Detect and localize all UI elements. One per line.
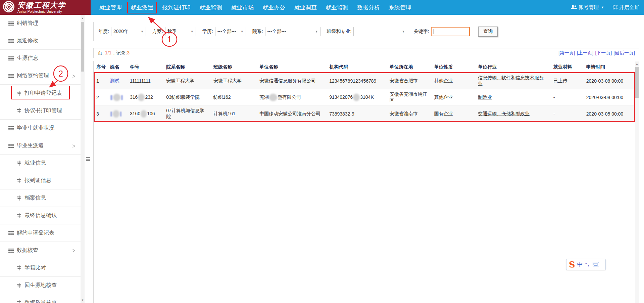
filter-group-year: 年度:2020年▼ xyxy=(98,27,146,36)
filter-group-keyword: 关键字: xyxy=(413,27,470,36)
sidebar-item-label: 网络签约管理 xyxy=(17,72,49,79)
student-name-link[interactable]: 测试 xyxy=(110,78,119,83)
sidebar-scrollbar[interactable]: ▲ ▼ xyxy=(81,15,85,303)
sidebar-item-14[interactable]: 数据核查> xyxy=(0,242,81,259)
sidebar-item-16[interactable]: 回生源地核查 xyxy=(0,277,81,294)
sidebar-menu: 纠错管理最近修改生源信息网络签约管理>打印申请登记表协议书打印管理毕业生就业状况… xyxy=(0,15,81,303)
nav-item-2[interactable]: 就业派遣 xyxy=(127,2,157,13)
degree-select[interactable]: ---全部---▼ xyxy=(215,27,246,36)
nav-item-3[interactable]: 报到证打印 xyxy=(158,2,195,13)
table-scrollbar[interactable]: ▲ xyxy=(635,61,639,303)
list-icon xyxy=(8,231,14,235)
cell-materials: 已上传 xyxy=(551,73,584,89)
nav-item-10[interactable]: 系统管理 xyxy=(384,2,416,13)
cell-text: 安徽信通信息服务有限公司 xyxy=(259,78,316,83)
signpost-icon xyxy=(17,108,21,113)
sidebar-item-11[interactable]: 档案信息 xyxy=(0,189,81,207)
sidebar-item-label: 档案信息 xyxy=(24,194,46,202)
nav-item-7[interactable]: 就业调查 xyxy=(290,2,321,13)
sidebar-item-6[interactable]: 协议书打印管理 xyxy=(0,102,81,120)
page-next-link[interactable]: [下一页] xyxy=(595,50,612,56)
sidebar-item-label: 解约申请登记表 xyxy=(17,229,54,236)
nav-item-9[interactable]: 数据分析 xyxy=(353,2,384,13)
sidebar-item-label: 毕业生派遣 xyxy=(17,142,44,149)
cell-text: 塑有限公司 xyxy=(278,94,301,100)
sidebar-item-13[interactable]: 解约申请登记表 xyxy=(0,224,81,242)
sidebar-item-10[interactable]: 报到证信息 xyxy=(0,172,81,189)
table-scrollbar-thumb[interactable] xyxy=(635,67,639,98)
panel-splitter[interactable] xyxy=(85,15,91,303)
page-prev-link[interactable]: [上一页] xyxy=(577,50,594,56)
year-select[interactable]: 2020年▼ xyxy=(111,27,146,36)
sidebar-item-label: 纠错管理 xyxy=(17,20,38,27)
sidebar-item-label: 数据质量核查 xyxy=(24,299,57,303)
ime-chinese-mode[interactable]: 中 xyxy=(577,261,583,268)
nav-item-5[interactable]: 就业市场 xyxy=(227,2,258,13)
sidebar-scrollbar-thumb[interactable] xyxy=(81,22,84,72)
cell-materials: - xyxy=(551,89,584,106)
sidebar-item-17[interactable]: 数据质量核查 xyxy=(0,294,81,303)
search-button[interactable]: 查询 xyxy=(478,27,498,37)
cell-text: 纺织162 xyxy=(213,94,231,100)
cell-text: 中国移动安徽公司淮南分公司 xyxy=(259,111,320,116)
class-major-select[interactable]: ▼ xyxy=(353,27,407,36)
signpost-icon xyxy=(17,213,21,218)
sidebar-item-5[interactable]: 打印申请登记表 xyxy=(0,85,81,102)
department-select[interactable]: ---全部---▼ xyxy=(265,27,320,36)
cell-employer: 芜湖塑有限公司 xyxy=(257,89,327,106)
scroll-up-icon[interactable]: ▲ xyxy=(81,16,85,20)
redacted-fragment xyxy=(110,95,112,100)
sidebar-item-3[interactable]: 生源信息 xyxy=(0,50,81,67)
fullscreen-button[interactable]: 开启全屏 xyxy=(613,4,639,11)
chevron-down-icon: ▼ xyxy=(241,30,244,33)
redacted-fragment xyxy=(120,112,121,117)
sidebar-item-9[interactable]: 就业信息 xyxy=(0,155,81,172)
ime-keyboard-icon[interactable] xyxy=(593,262,599,268)
nav-item-4[interactable]: 就业监测 xyxy=(195,2,227,13)
scroll-up-icon[interactable]: ▲ xyxy=(635,62,639,66)
filter-groups-container: 年度:2020年▼方案:秋季▼学历:---全部---▼院系:---全部---▼班… xyxy=(98,27,476,36)
cell-department: 07计算机与信息学院 xyxy=(163,106,211,122)
page-first-link[interactable]: [第一页] xyxy=(558,50,575,56)
cell-text: - xyxy=(553,111,555,117)
fullscreen-label: 开启全屏 xyxy=(619,4,639,11)
redacted-blob xyxy=(141,110,147,118)
cell-text: 安徽工程大学 xyxy=(213,78,242,83)
column-header-employer: 单位名称 xyxy=(257,61,327,73)
list-icon xyxy=(8,74,14,78)
cell-student-id: 111111111 xyxy=(127,73,163,89)
university-name: 安徽工程大学 xyxy=(17,1,66,9)
sidebar-item-7[interactable]: 毕业生就业状况 xyxy=(0,120,81,137)
sidebar-item-8[interactable]: 毕业生派遣> xyxy=(0,137,81,155)
page-last-link[interactable]: [最后一页] xyxy=(613,50,635,56)
account-menu-label: 账号管理 xyxy=(579,4,599,11)
column-header-location: 单位所在地 xyxy=(387,61,432,73)
plan-select[interactable]: 秋季▼ xyxy=(165,27,196,36)
cell-text: 03纺织服装学院 xyxy=(166,94,200,100)
ime-punctuation-mode[interactable]: °， xyxy=(585,262,590,267)
cell-org-code: 73893832-9 xyxy=(327,106,387,122)
column-header-materials: 就业材料 xyxy=(551,61,584,73)
column-header-industry: 单位行业 xyxy=(475,61,551,73)
sidebar-item-2[interactable]: 最近修改 xyxy=(0,32,81,50)
sogou-ime-bar[interactable]: S 中 °， xyxy=(566,259,606,270)
scroll-down-icon[interactable]: ▼ xyxy=(81,298,85,302)
plan-value: 秋季 xyxy=(167,29,177,35)
cell-text: 信息传输、软件和信息技术服务业 xyxy=(478,75,544,86)
redacted-fragment xyxy=(110,112,112,117)
sidebar-item-label: 报到证信息 xyxy=(24,177,51,184)
sidebar-item-15[interactable]: 学籍比对 xyxy=(0,259,81,277)
sidebar-item-12[interactable]: 最终信息确认 xyxy=(0,207,81,224)
table-row-2: 231623203纺织服装学院纺织162芜湖塑有限公司9134020763104… xyxy=(94,89,635,106)
sidebar-item-1[interactable]: 纠错管理 xyxy=(0,15,81,32)
cell-text: 2 xyxy=(96,95,99,100)
splitter-grip-icon[interactable] xyxy=(86,157,90,161)
nav-item-6[interactable]: 就业办公 xyxy=(258,2,290,13)
sidebar-item-4[interactable]: 网络签约管理> xyxy=(0,67,81,85)
nav-item-8[interactable]: 就业监测 xyxy=(321,2,353,13)
nav-item-1[interactable]: 就业管理 xyxy=(95,2,126,13)
keyword-input[interactable] xyxy=(431,27,470,36)
cell-text: 123456789123456789 xyxy=(329,78,376,84)
list-icon xyxy=(8,56,14,61)
account-menu[interactable]: 账号管理 ▼ xyxy=(571,4,604,11)
